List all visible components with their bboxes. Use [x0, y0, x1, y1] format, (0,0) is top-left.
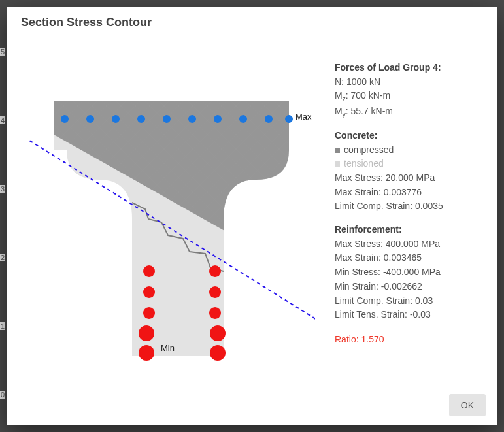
reinf-limit-comp: Limit Comp. Strain: 0.03 — [335, 294, 483, 308]
svg-point-13 — [209, 286, 221, 298]
svg-point-17 — [210, 325, 226, 341]
svg-point-15 — [209, 307, 221, 319]
axis-tick: 2 — [0, 254, 5, 261]
svg-point-16 — [139, 325, 154, 341]
section-diagram: Max Min — [21, 42, 315, 386]
axis-tick: 4 — [0, 116, 5, 124]
forces-mz: Mz: 700 kN-m — [335, 89, 483, 104]
reinf-heading: Reinforcement: — [335, 223, 483, 237]
reinf-limit-tens: Limit Tens. Strain: -0.03 — [335, 308, 483, 322]
swatch-tensioned-icon — [335, 161, 340, 167]
svg-point-1 — [86, 115, 94, 123]
svg-point-11 — [209, 265, 221, 277]
svg-point-9 — [285, 115, 293, 123]
svg-point-18 — [139, 345, 154, 361]
reinf-min-strain: Min Strain: -0.002662 — [335, 280, 483, 294]
forces-n: N: 1000 kN — [335, 75, 483, 90]
reinf-max-stress: Max Stress: 400.000 MPa — [335, 237, 483, 252]
dialog-body: Max Min Forces of Load Group 4: N: 1000 … — [7, 36, 497, 386]
svg-point-14 — [143, 307, 155, 319]
swatch-compressed-icon — [335, 148, 340, 153]
forces-my: My: 55.7 kN-m — [335, 105, 483, 120]
legend-compressed: compressed — [335, 143, 483, 158]
axis-tick: 0 — [0, 391, 5, 399]
svg-point-0 — [61, 115, 69, 123]
legend-tensioned: tensioned — [335, 157, 483, 171]
stress-contour-dialog: Section Stress Contour — [7, 7, 497, 425]
svg-point-3 — [137, 115, 145, 123]
svg-point-7 — [239, 115, 247, 123]
svg-point-6 — [214, 115, 222, 123]
ratio-line: Ratio: 1.570 — [335, 333, 483, 347]
svg-point-5 — [188, 115, 196, 123]
svg-point-10 — [143, 265, 155, 277]
min-label: Min — [161, 343, 175, 353]
svg-point-8 — [265, 115, 273, 123]
dialog-footer: OK — [7, 386, 497, 425]
concrete-heading: Concrete: — [335, 129, 483, 143]
info-panel: Forces of Load Group 4: N: 1000 kN Mz: 7… — [335, 42, 483, 386]
reinf-max-strain: Max Strain: 0.003465 — [335, 251, 483, 265]
concrete-max-strain: Max Strain: 0.003776 — [335, 186, 483, 200]
axis-tick: 5 — [0, 48, 5, 56]
svg-point-12 — [143, 286, 155, 298]
dialog-title: Section Stress Contour — [7, 7, 497, 36]
concrete-max-stress: Max Stress: 20.000 MPa — [335, 171, 483, 186]
forces-heading: Forces of Load Group 4: — [335, 61, 483, 75]
concrete-limit-comp: Limit Comp. Strain: 0.0035 — [335, 199, 483, 214]
axis-tick: 1 — [0, 322, 5, 330]
axis-tick: 3 — [0, 185, 5, 193]
reinf-min-stress: Min Stress: -400.000 MPa — [335, 265, 483, 280]
svg-point-19 — [210, 345, 226, 361]
svg-point-4 — [163, 115, 171, 123]
ok-button[interactable]: OK — [449, 394, 486, 416]
section-svg: Max Min — [27, 56, 315, 363]
max-label: Max — [295, 112, 312, 122]
svg-point-2 — [112, 115, 120, 123]
